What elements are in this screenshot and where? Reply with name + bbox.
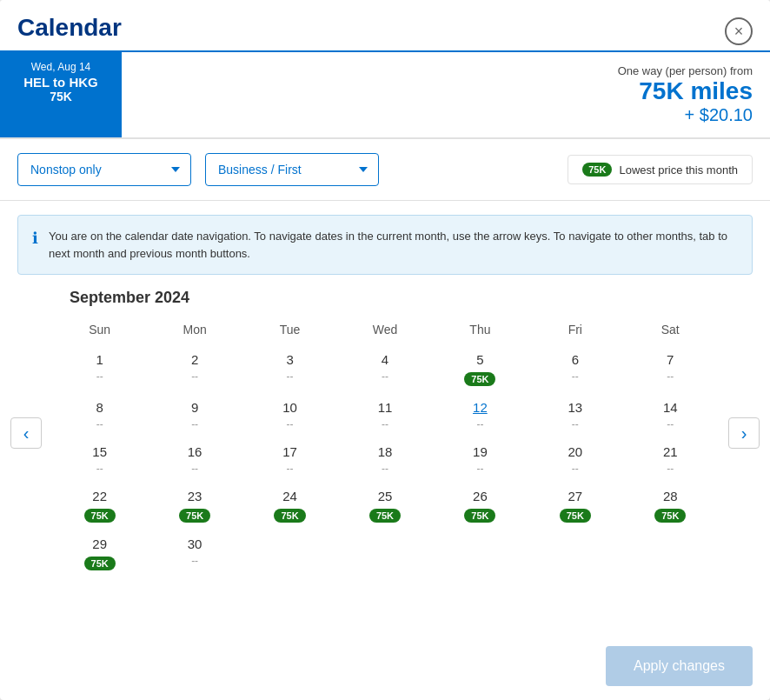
calendar-day-cell[interactable]: 575K (433, 345, 528, 393)
day-price: -- (531, 370, 619, 383)
day-price: -- (341, 418, 428, 430)
day-number: 24 (246, 489, 334, 503)
flight-date: Wed, Aug 14 (16, 61, 106, 73)
price-badge: 75K (84, 509, 116, 523)
price-badge: 75K (369, 509, 401, 523)
calendar-month: September 2024 (52, 289, 718, 307)
calendar-day-cell[interactable]: 2-- (147, 345, 242, 393)
calendar-day-cell[interactable]: 16-- (147, 437, 242, 482)
close-button[interactable]: × (725, 17, 753, 45)
price-badge: 75K (274, 509, 305, 523)
day-price: -- (150, 370, 238, 383)
price-badge: 75K (179, 509, 210, 523)
apply-changes-button[interactable]: Apply changes (606, 646, 753, 686)
price-tax: + $20.10 (139, 105, 753, 125)
calendar-day-cell[interactable]: 2675K (433, 482, 528, 530)
calendar-day-cell[interactable]: 9-- (147, 393, 242, 437)
lowest-price-badge-label: 75K (582, 163, 612, 177)
price-miles: 75K miles (139, 77, 753, 105)
day-price: -- (436, 418, 524, 430)
calendar-day-cell[interactable]: 30-- (147, 530, 242, 577)
nonstop-filter[interactable]: Nonstop only (17, 153, 191, 186)
day-price: -- (56, 463, 143, 475)
day-price: -- (627, 418, 714, 430)
calendar-day-cell[interactable]: 7-- (623, 345, 718, 393)
calendar-day-cell[interactable]: 2375K (147, 482, 242, 530)
calendar-day-cell[interactable]: 2275K (52, 482, 147, 530)
calendar-day-cell[interactable]: 18-- (337, 437, 432, 482)
info-banner: ℹ You are on the calendar date navigatio… (17, 215, 753, 275)
calendar-day-cell[interactable]: 2875K (623, 482, 718, 530)
price-badge: 75K (464, 509, 495, 523)
days-of-week-row: SunMonTueWedThuFriSat (52, 317, 718, 345)
day-number: 29 (56, 537, 143, 551)
day-number: 11 (341, 400, 428, 415)
calendar-day-cell[interactable]: 21-- (623, 437, 718, 482)
calendar-day-cell[interactable]: 19-- (433, 437, 528, 482)
info-icon: ℹ (32, 229, 38, 248)
calendar-day-cell[interactable]: 2475K (242, 482, 337, 530)
day-number: 2 (150, 352, 238, 367)
calendar-week-row: 1--2--3--4--575K6--7-- (52, 345, 718, 393)
modal-header: Calendar × (0, 0, 770, 52)
day-price: -- (150, 418, 238, 430)
calendar-day-cell (528, 530, 622, 577)
day-price: -- (436, 463, 524, 475)
day-number: 17 (246, 444, 334, 459)
day-number: 21 (627, 444, 714, 459)
calendar-day-cell[interactable]: 11-- (337, 393, 432, 437)
day-price: -- (531, 418, 619, 430)
day-price: -- (150, 463, 238, 475)
calendar-day-cell[interactable]: 15-- (52, 437, 147, 482)
calendar-modal: Calendar × Wed, Aug 14 HEL to HKG 75K On… (0, 0, 770, 700)
calendar-day-cell[interactable]: 2775K (528, 482, 622, 530)
day-number: 20 (531, 444, 619, 459)
day-number: 15 (56, 444, 143, 459)
modal-title: Calendar (17, 14, 122, 50)
calendar-day-cell[interactable]: 17-- (242, 437, 337, 482)
day-number: 23 (150, 489, 238, 503)
prev-month-button[interactable]: ‹ (10, 417, 42, 449)
calendar-day-cell[interactable]: 6-- (528, 345, 622, 393)
calendar-day-cell[interactable]: 8-- (52, 393, 147, 437)
calendar-day-cell[interactable]: 13-- (528, 393, 622, 437)
calendar-day-cell[interactable]: 1-- (52, 345, 147, 393)
calendar-day-cell[interactable]: 3-- (242, 345, 337, 393)
calendar-day-cell[interactable]: 2575K (337, 482, 432, 530)
day-price: -- (246, 463, 334, 475)
calendar-day-cell (242, 530, 337, 577)
calendar-week-row: 2975K30-- (52, 530, 718, 577)
day-number: 8 (56, 400, 143, 415)
day-number: 19 (436, 444, 524, 459)
day-number: 9 (150, 400, 238, 415)
calendar-day-cell[interactable]: 2975K (52, 530, 147, 577)
calendar-day-cell (337, 530, 432, 577)
day-number: 28 (627, 489, 714, 503)
price-badge: 75K (464, 372, 495, 386)
day-number: 6 (531, 352, 619, 367)
lowest-price-text: Lowest price this month (619, 163, 738, 177)
info-text: You are on the calendar date navigation.… (49, 228, 738, 262)
day-number: 18 (341, 444, 428, 459)
cabin-filter[interactable]: Business / First (205, 153, 379, 186)
day-number: 26 (436, 489, 524, 503)
day-of-week-tue: Tue (242, 317, 337, 345)
calendar-day-cell[interactable]: 4-- (337, 345, 432, 393)
day-of-week-thu: Thu (433, 317, 528, 345)
calendar-day-cell[interactable]: 12-- (433, 393, 528, 437)
day-number: 13 (531, 400, 619, 415)
calendar-day-cell (623, 530, 718, 577)
day-number: 30 (150, 537, 238, 551)
day-of-week-wed: Wed (337, 317, 432, 345)
flight-miles: 75K (16, 90, 106, 103)
day-number: 10 (246, 400, 334, 415)
subheader: Wed, Aug 14 HEL to HKG 75K One way (per … (0, 52, 770, 139)
day-price: -- (150, 555, 238, 567)
day-number: 5 (436, 352, 524, 367)
calendar-day-cell[interactable]: 14-- (623, 393, 718, 437)
calendar-day-cell[interactable]: 10-- (242, 393, 337, 437)
calendar-day-cell[interactable]: 20-- (528, 437, 622, 482)
day-price: -- (341, 370, 428, 383)
next-month-button[interactable]: › (728, 417, 760, 449)
day-price: -- (341, 463, 428, 475)
